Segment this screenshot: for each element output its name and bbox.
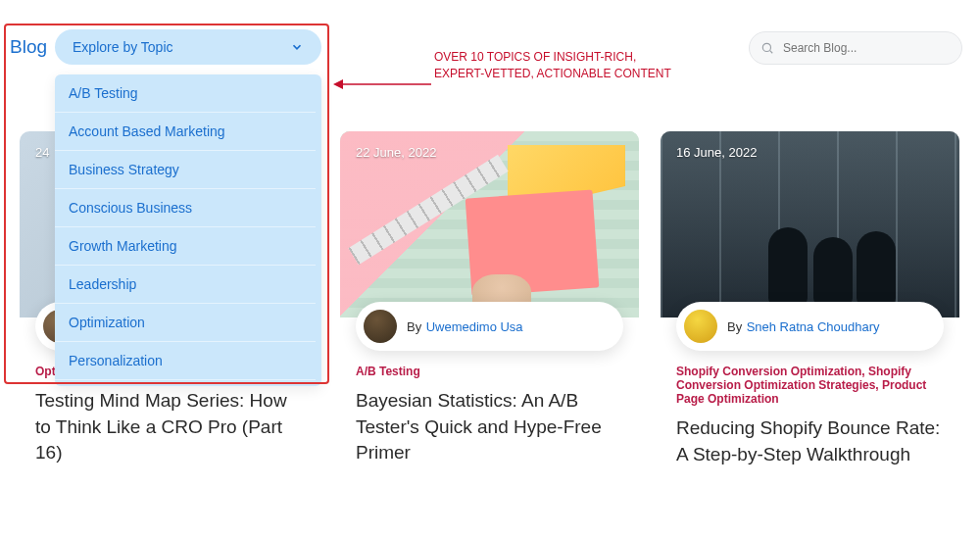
topic-dropdown-label: Explore by Topic [73, 39, 172, 55]
chevron-down-icon [290, 40, 304, 54]
topic-dropdown: Explore by Topic A/B Testing Account Bas… [55, 29, 321, 65]
card-title: Bayesian Statistics: An A/B Tester's Qui… [356, 388, 623, 466]
search-wrap [749, 31, 962, 65]
card-category[interactable]: A/B Testing [356, 365, 623, 378]
search-input[interactable] [749, 31, 962, 65]
author-name[interactable]: Sneh Ratna Choudhary [747, 319, 880, 334]
author-avatar [364, 310, 397, 343]
author-by: By [407, 319, 421, 334]
dropdown-item[interactable]: Growth Marketing [55, 227, 316, 266]
svg-point-2 [762, 43, 770, 51]
annotation-line2: EXPERT-VETTED, ACTIONABLE CONTENT [434, 66, 671, 82]
card-image: 16 June, 2022 [661, 131, 959, 317]
author-pill: By Sneh Ratna Choudhary [676, 302, 944, 351]
annotation-arrow [333, 75, 431, 93]
card-title: Testing Mind Map Series: How to Think Li… [35, 388, 303, 466]
dropdown-item[interactable]: Conscious Business [55, 189, 316, 227]
blog-card[interactable]: 16 June, 2022 By Sneh Ratna Choudhary Sh… [661, 131, 959, 492]
topic-dropdown-scroll[interactable]: A/B Testing Account Based Marketing Busi… [55, 74, 316, 386]
dropdown-item[interactable]: Business Strategy [55, 151, 316, 189]
annotation-line1: OVER 10 TOPICS OF INSIGHT-RICH, [434, 49, 671, 66]
author-avatar [684, 310, 717, 343]
dropdown-item[interactable]: Optimization [55, 304, 316, 342]
dropdown-item[interactable]: Account Based Marketing [55, 113, 316, 151]
author-name[interactable]: Uwemedimo Usa [426, 319, 523, 334]
card-category[interactable]: Shopify Conversion Optimization, Shopify… [676, 365, 944, 406]
dropdown-item[interactable]: A/B Testing [55, 74, 316, 113]
dropdown-item[interactable]: Leadership [55, 266, 316, 304]
blog-card[interactable]: 22 June, 2022 By Uwemedimo Usa A/B Testi… [340, 131, 639, 492]
author-pill: By Uwemedimo Usa [356, 302, 623, 351]
annotation-text: OVER 10 TOPICS OF INSIGHT-RICH, EXPERT-V… [434, 49, 671, 82]
card-date: 24 [35, 145, 49, 160]
svg-marker-1 [333, 79, 343, 89]
svg-line-3 [770, 51, 773, 54]
topic-dropdown-menu: A/B Testing Account Based Marketing Busi… [55, 74, 321, 386]
card-date: 22 June, 2022 [356, 145, 436, 160]
card-title: Reducing Shopify Bounce Rate: A Step-by-… [676, 415, 944, 467]
card-image: 22 June, 2022 [340, 131, 639, 317]
search-icon [760, 41, 774, 55]
author-by: By [727, 319, 742, 334]
card-date: 16 June, 2022 [676, 145, 757, 160]
topic-dropdown-toggle[interactable]: Explore by Topic [55, 29, 321, 65]
blog-label: Blog [10, 36, 47, 58]
dropdown-item[interactable]: Prioritization [55, 380, 316, 386]
dropdown-item[interactable]: Personalization [55, 342, 316, 380]
